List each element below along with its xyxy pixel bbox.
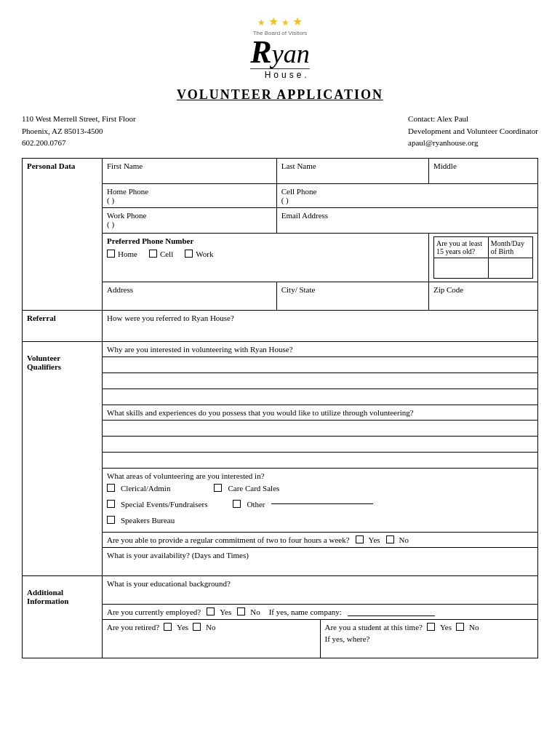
vq-empty-cell-3 (103, 389, 537, 405)
age-question-cell: Are you at least 15 years old? (433, 236, 488, 258)
contact-name: Contact: Alex Paul (408, 113, 538, 125)
skills-empty-cell-3 (103, 452, 537, 468)
employed-cell: Are you currently employed? Yes No If ye… (103, 604, 537, 619)
age-birth-inner: Are you at least 15 years old? Month/Day… (433, 236, 533, 279)
work-email-row: Work Phone ( ) Email Address (103, 207, 537, 233)
star-icon-3: ★ (281, 17, 289, 28)
education-question: What is your educational background? (107, 579, 533, 588)
employed-no-checkbox[interactable] (237, 607, 245, 615)
care-card-cb-item: Care Card Sales (214, 484, 279, 493)
skills-empty-1 (103, 420, 537, 436)
employed-yes-label: Yes (220, 607, 231, 616)
ai-inner: What is your educational background? Are… (103, 576, 537, 658)
logo-stars-row: ★ ★ ★ ★ (257, 15, 303, 28)
address-label: Address (107, 285, 272, 294)
other-underline (271, 503, 373, 504)
areas-row: What areas of volunteering are you inter… (103, 468, 537, 532)
employed-line: Are you currently employed? Yes No If ye… (107, 607, 533, 616)
zip-code-cell: Zip Code (428, 282, 537, 310)
address-left: 110 West Merrell Street, First Floor Pho… (22, 113, 136, 149)
email-label: Email Address (281, 211, 533, 220)
commitment-no-item: No (386, 535, 409, 544)
birth-cell: Month/Day of Birth (488, 236, 532, 258)
work-checkbox[interactable] (185, 250, 193, 258)
clerical-checkbox[interactable] (107, 484, 115, 492)
commitment-no-label: No (399, 535, 409, 544)
student-cell: Are you a student at this time? Yes No I… (320, 619, 537, 658)
other-checkbox[interactable] (233, 500, 241, 508)
retired-student-row: Are you retired? Yes No (103, 619, 537, 658)
work-phone-label: Work Phone (107, 211, 272, 220)
logo-name: Ryan House. (250, 36, 309, 80)
availability-cell: What is your availability? (Days and Tim… (103, 547, 537, 575)
why-volunteer-row: Why are you interested in volunteering w… (103, 342, 537, 357)
care-card-label: Care Card Sales (228, 484, 279, 493)
volunteer-qualifiers-content: Why are you interested in volunteering w… (103, 341, 538, 575)
birth-input-cell (488, 258, 532, 278)
home-cb-item: Home (107, 250, 137, 258)
preferred-phone-row: Preferred Phone Number Home Cell (103, 233, 537, 282)
special-events-label: Special Events/Fundraisers (121, 500, 207, 509)
address-row: Address City/ State Zip Code (103, 282, 537, 310)
cell-checkbox[interactable] (149, 250, 157, 258)
cell-phone-label: Cell Phone (281, 187, 533, 196)
volunteer-qualifiers-section: Volunteer Qualifiers Why are you interes… (23, 341, 538, 575)
retired-no-item: No (193, 623, 215, 632)
work-phone-cell: Work Phone ( ) (103, 207, 276, 233)
areas-cell: What areas of volunteering are you inter… (103, 468, 537, 532)
email-cell: Email Address (276, 207, 537, 233)
employed-yes-checkbox[interactable] (207, 607, 215, 615)
vq-empty-cell-2 (103, 372, 537, 389)
commitment-cell: Are you able to provide a regular commit… (103, 532, 537, 547)
referral-label: Referral (23, 310, 103, 341)
skills-empty-2 (103, 436, 537, 452)
star-icon-1: ★ (257, 17, 265, 28)
main-form-table: Personal Data First Name Last Name Middl… (22, 158, 538, 658)
skills-cell: What skills and experiences do you posse… (103, 405, 537, 420)
additional-info-section: Additional Information What is your educ… (23, 575, 538, 658)
care-card-checkbox[interactable] (214, 484, 222, 492)
personal-data-content: First Name Last Name Middle Home (103, 158, 538, 310)
additional-info-label: Additional Information (23, 575, 103, 658)
speakers-label: Speakers Bureau (121, 516, 175, 525)
retired-no-label: No (206, 623, 215, 632)
logo-house-text: House. (250, 68, 309, 80)
retired-yes-label: Yes (177, 623, 188, 632)
special-events-checkbox[interactable] (107, 500, 115, 508)
employed-no-item: No (237, 607, 260, 616)
employed-company-underline (348, 607, 435, 616)
student-no-checkbox[interactable] (456, 623, 464, 631)
age-answer-cell (433, 258, 488, 278)
availability-row: What is your availability? (Days and Tim… (103, 547, 537, 575)
commitment-yes-checkbox[interactable] (356, 535, 364, 543)
referral-content: How were you referred to Ryan House? (103, 310, 538, 341)
logo-yan: yan (272, 39, 310, 68)
commitment-no-checkbox[interactable] (386, 535, 394, 543)
address-line3: 602.200.0767 (22, 137, 136, 149)
student-yes-checkbox[interactable] (427, 623, 435, 631)
preferred-phone-label: Preferred Phone Number (107, 236, 424, 245)
employed-yes-item: Yes (207, 607, 231, 616)
logo: ★ ★ ★ ★ The Board of Visitors Ryan House… (22, 15, 538, 80)
contact-email: apaul@ryanhouse.org (408, 137, 538, 149)
speakers-checkbox[interactable] (107, 516, 115, 524)
student-no-label: No (469, 623, 479, 632)
retired-no-checkbox[interactable] (193, 623, 201, 631)
cell-cb-label: Cell (160, 250, 173, 258)
contact-title: Development and Volunteer Coordinator (408, 125, 538, 138)
vq-inner: Why are you interested in volunteering w… (103, 342, 537, 575)
areas-question: What areas of volunteering are you inter… (107, 471, 533, 480)
employed-row: Are you currently employed? Yes No If ye… (103, 604, 537, 619)
first-name-label: First Name (107, 162, 272, 170)
other-cb-item: Other (233, 500, 372, 509)
logo-ryan-text: Ryan (250, 36, 309, 68)
retired-yes-checkbox[interactable] (164, 623, 172, 631)
retired-cell: Are you retired? Yes No (103, 619, 320, 658)
age-question-label: Are you at least 15 years old? (436, 239, 482, 255)
volunteer-qualifiers-label: Volunteer Qualifiers (23, 341, 103, 575)
vq-empty-2 (103, 372, 537, 389)
address-right: Contact: Alex Paul Development and Volun… (408, 113, 538, 149)
home-checkbox[interactable] (107, 250, 115, 258)
other-label: Other (247, 500, 265, 509)
age-birth-header-row: Are you at least 15 years old? Month/Day… (433, 236, 532, 258)
